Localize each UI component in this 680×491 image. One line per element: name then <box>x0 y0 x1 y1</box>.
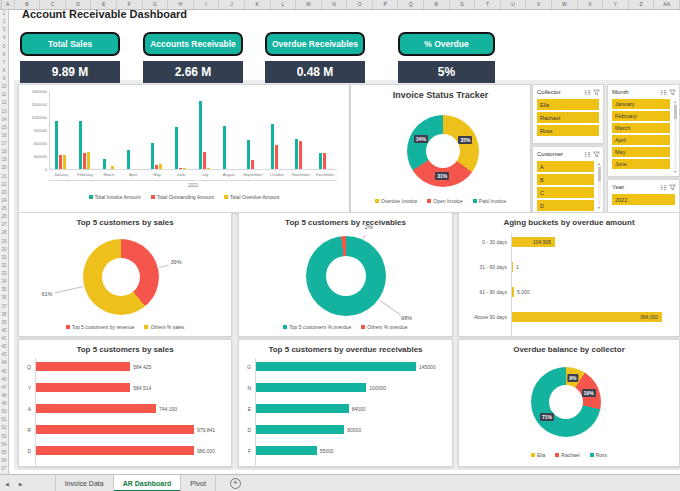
row-header-34[interactable]: 34 <box>0 278 8 286</box>
row-header-12[interactable]: 12 <box>0 99 8 107</box>
slicer-item-january[interactable]: January <box>612 99 670 109</box>
scroll-thumb[interactable] <box>674 105 677 119</box>
tab-pivot[interactable]: Pivot <box>180 475 216 491</box>
row-header-16[interactable]: 16 <box>0 132 8 140</box>
row-header-3[interactable]: 3 <box>0 26 8 34</box>
column-header-W[interactable]: W <box>552 0 578 9</box>
row-header-42[interactable]: 42 <box>0 343 8 351</box>
row-header-7[interactable]: 7 <box>0 59 8 67</box>
row-header-13[interactable]: 13 <box>0 108 8 116</box>
column-header-N[interactable]: N <box>322 0 348 9</box>
column-header-J[interactable]: J <box>219 0 245 9</box>
row-header-48[interactable]: 48 <box>0 392 8 400</box>
row-header-39[interactable]: 39 <box>0 319 8 327</box>
row-header-24[interactable]: 24 <box>0 197 8 205</box>
row-header-35[interactable]: 35 <box>0 286 8 294</box>
row-header-57[interactable]: 57 <box>0 465 8 473</box>
scroll-thumb[interactable] <box>598 167 601 181</box>
slicer-item-april[interactable]: April <box>612 135 670 145</box>
row-header-41[interactable]: 41 <box>0 335 8 343</box>
slicer-item-february[interactable]: February <box>612 111 670 121</box>
column-header-S[interactable]: S <box>450 0 476 9</box>
sheet-nav-right-arrow-icon[interactable]: ▶ <box>14 475 28 491</box>
slicer-item-a[interactable]: A <box>537 161 594 172</box>
row-header-14[interactable]: 14 <box>0 116 8 124</box>
tab-ar-dashboard[interactable]: AR Dashboard <box>113 475 182 491</box>
row-header-23[interactable]: 23 <box>0 189 8 197</box>
row-header-27[interactable]: 27 <box>0 221 8 229</box>
column-header-Y[interactable]: Y <box>603 0 629 9</box>
column-header-A[interactable]: A <box>2 0 15 9</box>
row-header-56[interactable]: 56 <box>0 457 8 465</box>
row-header-21[interactable]: 21 <box>0 173 8 181</box>
column-header-Q[interactable]: Q <box>398 0 424 9</box>
row-header-51[interactable]: 51 <box>0 416 8 424</box>
column-header-AA[interactable]: AA <box>654 0 680 9</box>
row-header-29[interactable]: 29 <box>0 238 8 246</box>
new-sheet-icon[interactable]: + <box>230 478 241 489</box>
slicer-scrollbar[interactable]: ▴▾ <box>672 99 678 174</box>
row-header-36[interactable]: 36 <box>0 294 8 302</box>
row-header-53[interactable]: 53 <box>0 433 8 441</box>
row-header-31[interactable]: 31 <box>0 254 8 262</box>
row-header-19[interactable]: 19 <box>0 156 8 164</box>
row-header-10[interactable]: 10 <box>0 83 8 91</box>
slicer-item-ella[interactable]: Ella <box>537 99 599 110</box>
scroll-down-icon[interactable]: ▾ <box>598 205 600 210</box>
filter-icon[interactable] <box>593 151 600 158</box>
slicer-item-june[interactable]: June <box>612 159 670 169</box>
row-header-55[interactable]: 55 <box>0 449 8 457</box>
row-header-5[interactable]: 5 <box>0 43 8 51</box>
row-header-50[interactable]: 50 <box>0 408 8 416</box>
multi-select-icon[interactable] <box>660 184 667 191</box>
slicer-item-2022[interactable]: 2022 <box>612 194 675 205</box>
column-header-L[interactable]: L <box>271 0 297 9</box>
multi-select-icon[interactable] <box>584 89 591 96</box>
row-header-2[interactable]: 2 <box>0 18 8 26</box>
row-header-43[interactable]: 43 <box>0 351 8 359</box>
row-header-15[interactable]: 15 <box>0 124 8 132</box>
column-header-I[interactable]: I <box>194 0 220 9</box>
scroll-track[interactable] <box>598 166 601 205</box>
row-header-32[interactable]: 32 <box>0 262 8 270</box>
filter-icon[interactable] <box>669 184 676 191</box>
slicer-item-c[interactable]: C <box>537 187 594 198</box>
sheet-nav-left-arrow-icon[interactable]: ◀ <box>0 475 14 491</box>
scroll-down-icon[interactable]: ▾ <box>674 169 676 174</box>
row-header-26[interactable]: 26 <box>0 213 8 221</box>
row-header-40[interactable]: 40 <box>0 327 8 335</box>
slicer-item-b[interactable]: B <box>537 174 594 185</box>
row-header-4[interactable]: 4 <box>0 34 8 42</box>
slicer-item-ross[interactable]: Ross <box>537 125 599 136</box>
row-header-1[interactable]: 1 <box>0 10 8 18</box>
column-header-V[interactable]: V <box>526 0 552 9</box>
filter-icon[interactable] <box>593 89 600 96</box>
row-header-46[interactable]: 46 <box>0 376 8 384</box>
row-header-18[interactable]: 18 <box>0 148 8 156</box>
multi-select-icon[interactable] <box>660 89 667 96</box>
row-header-45[interactable]: 45 <box>0 368 8 376</box>
column-header-Z[interactable]: Z <box>629 0 655 9</box>
row-header-38[interactable]: 38 <box>0 311 8 319</box>
filter-icon[interactable] <box>669 89 676 96</box>
multi-select-icon[interactable] <box>584 151 591 158</box>
column-header-M[interactable]: M <box>296 0 322 9</box>
column-header-T[interactable]: T <box>475 0 501 9</box>
column-header-O[interactable]: O <box>347 0 373 9</box>
row-header-20[interactable]: 20 <box>0 164 8 172</box>
row-header-17[interactable]: 17 <box>0 140 8 148</box>
row-header-49[interactable]: 49 <box>0 400 8 408</box>
row-header-8[interactable]: 8 <box>0 67 8 75</box>
row-header-30[interactable]: 30 <box>0 246 8 254</box>
slicer-item-rachael[interactable]: Rachael <box>537 112 599 123</box>
row-header-37[interactable]: 37 <box>0 303 8 311</box>
column-header-U[interactable]: U <box>501 0 527 9</box>
column-header-P[interactable]: P <box>373 0 399 9</box>
slicer-item-d[interactable]: D <box>537 200 594 211</box>
slicer-item-march[interactable]: March <box>612 123 670 133</box>
column-header-X[interactable]: X <box>578 0 604 9</box>
row-header-28[interactable]: 28 <box>0 229 8 237</box>
column-header-R[interactable]: R <box>424 0 450 9</box>
slicer-item-may[interactable]: May <box>612 147 670 157</box>
row-header-47[interactable]: 47 <box>0 384 8 392</box>
